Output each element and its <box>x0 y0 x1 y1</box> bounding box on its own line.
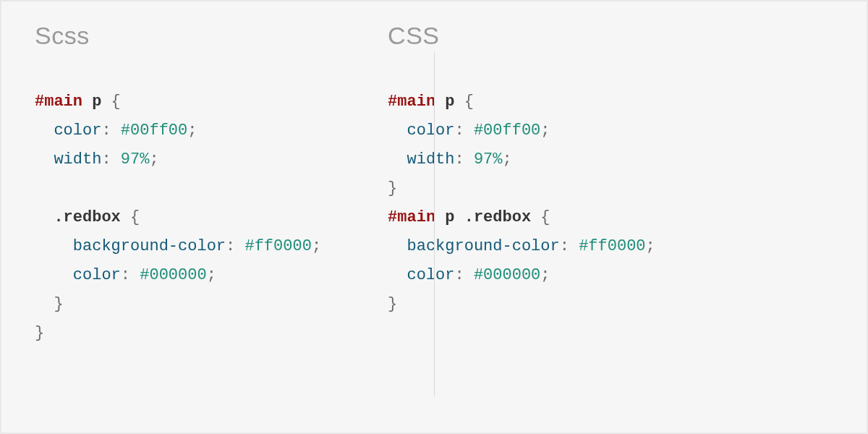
code-token: p <box>445 93 454 111</box>
code-token: { <box>531 208 550 226</box>
code-token: .redbox <box>54 208 120 226</box>
code-token: width <box>407 150 454 169</box>
code-line: } <box>35 319 321 348</box>
scss-title: Scss <box>35 22 321 50</box>
code-token: #main <box>35 93 82 111</box>
code-token: : <box>101 122 120 140</box>
code-token: background-color <box>73 237 226 255</box>
code-token: ; <box>540 266 550 284</box>
code-token: ; <box>540 122 550 140</box>
scss-panel: Scss #main p { color: #00ff00; width: 97… <box>1 1 354 433</box>
code-token: ; <box>207 266 216 284</box>
code-token: : <box>226 237 244 255</box>
code-token: #ff0000 <box>244 237 311 255</box>
code-line: color: #000000; <box>388 261 833 290</box>
code-token <box>388 122 407 140</box>
code-line: #main p { <box>35 88 321 116</box>
comparison-card: Scss #main p { color: #00ff00; width: 97… <box>0 0 868 434</box>
code-token: color <box>407 266 454 284</box>
code-token <box>388 266 407 284</box>
css-panel: CSS #main p { color: #00ff00; width: 97%… <box>354 1 867 433</box>
code-token: #main <box>388 93 435 111</box>
code-token: } <box>35 295 64 313</box>
code-token <box>35 266 73 284</box>
code-token: ; <box>503 150 512 169</box>
code-token: 97% <box>121 150 150 169</box>
code-line: #main p .redbox { <box>388 203 833 232</box>
code-token: } <box>388 295 397 313</box>
code-token: #ff0000 <box>579 237 645 255</box>
css-code-block: #main p { color: #00ff00; width: 97%;}#m… <box>388 88 833 319</box>
code-token: ; <box>149 150 158 169</box>
code-token: { <box>121 208 140 226</box>
css-title: CSS <box>388 22 833 50</box>
code-token <box>82 93 92 111</box>
code-token: : <box>455 122 474 140</box>
code-token: ; <box>187 122 197 140</box>
code-token: .redbox <box>464 208 531 226</box>
code-line: } <box>388 290 833 319</box>
code-line: } <box>388 174 833 203</box>
code-token: : <box>455 266 474 284</box>
code-line <box>35 174 321 203</box>
code-line: } <box>35 290 321 319</box>
code-token: } <box>35 324 44 342</box>
code-token <box>455 208 464 226</box>
code-line: background-color: #ff0000; <box>388 232 833 261</box>
code-line: color: #00ff00; <box>35 116 321 145</box>
code-token: #000000 <box>474 266 540 284</box>
code-token: : <box>560 237 579 255</box>
code-token <box>435 93 445 111</box>
scss-code-block: #main p { color: #00ff00; width: 97%; .r… <box>35 88 321 348</box>
code-token <box>35 237 73 255</box>
code-token: color <box>73 266 121 284</box>
code-line: #main p { <box>388 88 833 116</box>
code-token: #00ff00 <box>121 122 187 140</box>
code-token <box>35 150 54 169</box>
code-token <box>35 208 54 226</box>
code-line: color: #00ff00; <box>388 116 833 145</box>
code-token: : <box>455 150 474 169</box>
code-token: 97% <box>474 150 503 169</box>
code-token: } <box>388 179 397 197</box>
code-token: { <box>101 93 120 111</box>
code-token <box>388 237 407 255</box>
code-token: width <box>54 150 101 169</box>
code-token <box>35 122 54 140</box>
code-token: background-color <box>407 237 559 255</box>
code-token: ; <box>312 237 321 255</box>
panel-divider <box>434 52 435 396</box>
code-token: : <box>121 266 140 284</box>
code-line: background-color: #ff0000; <box>35 232 321 261</box>
code-line: width: 97%; <box>35 145 321 174</box>
code-token: ; <box>646 237 655 255</box>
code-token: { <box>455 93 474 111</box>
code-line: color: #000000; <box>35 261 321 290</box>
code-token <box>388 150 407 169</box>
code-token: color <box>54 122 101 140</box>
code-token: : <box>101 150 120 169</box>
code-token: color <box>407 122 454 140</box>
code-token: #00ff00 <box>474 122 540 140</box>
code-line: width: 97%; <box>388 145 833 174</box>
code-token: p <box>92 93 101 111</box>
code-token <box>435 208 445 226</box>
code-token <box>35 179 44 197</box>
code-token: p <box>445 208 454 226</box>
code-line: .redbox { <box>35 203 321 232</box>
code-token: #000000 <box>140 266 206 284</box>
code-token: #main <box>388 208 435 226</box>
